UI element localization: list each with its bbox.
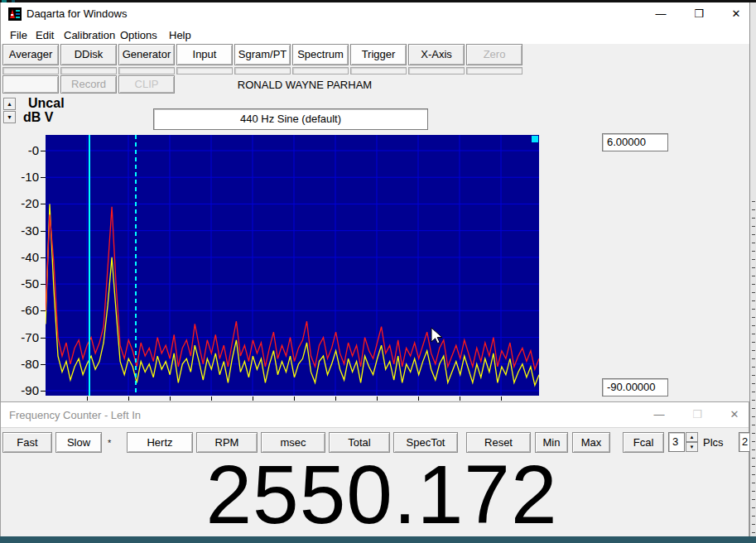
edge-tick	[752, 284, 755, 285]
edge-tick	[752, 276, 755, 276]
clip-indicator: CLIP	[118, 75, 175, 94]
edge-tick	[752, 441, 755, 442]
window-title: Daqarta for Windows	[26, 7, 127, 20]
edge-tick	[752, 433, 755, 434]
menu-item-edit[interactable]: Edit	[32, 28, 57, 42]
menu-item-calibration[interactable]: Calibration	[60, 28, 118, 42]
edge-tick	[752, 317, 755, 318]
edge-tick	[752, 499, 755, 500]
edge-tick	[752, 243, 755, 243]
edge-tick	[752, 226, 755, 227]
y-axis-label: -90	[4, 382, 39, 399]
maximize-button[interactable]: ❒	[685, 2, 713, 26]
counter-titlebar: Frequency Counter - Left In — ❒ ✕	[1, 402, 749, 428]
menu-item-help[interactable]: Help	[166, 28, 195, 42]
toolbar-indicator	[292, 67, 349, 74]
toolbar-indicator	[466, 67, 522, 74]
edge-tick	[752, 408, 755, 409]
top-range-readout[interactable]: 6.00000	[602, 133, 668, 151]
toolbar-button-trigger[interactable]: Trigger	[350, 44, 407, 65]
edge-tick	[752, 367, 755, 368]
axis-up-spinner[interactable]: ▲	[3, 98, 16, 110]
x-axis-tick	[377, 396, 378, 401]
toolbar-button-ddisk[interactable]: DDisk	[60, 44, 117, 65]
minimize-button[interactable]: —	[647, 2, 675, 26]
edge-tick	[752, 358, 755, 359]
toolbar-button-averager[interactable]: Averager	[2, 44, 59, 65]
uncal-label: Uncal	[28, 96, 65, 111]
corner-marker	[532, 136, 538, 142]
user-name-label: RONALD WAYNE PARHAM	[176, 79, 433, 91]
x-axis-tick	[294, 396, 295, 401]
toolbar-button-x-axis[interactable]: X-Axis	[408, 44, 465, 65]
edge-tick	[752, 201, 755, 202]
toolbar-indicator	[60, 67, 117, 74]
counter-button-hertz[interactable]: Hertz	[127, 432, 193, 453]
y-axis-label: -70	[4, 329, 39, 346]
app-icon	[8, 7, 22, 21]
y-axis-label: -40	[4, 249, 39, 266]
counter-button-fcal[interactable]: Fcal	[623, 432, 664, 453]
y-axis-label: -60	[4, 302, 39, 319]
spectrum-plot[interactable]	[46, 135, 539, 396]
toolbar-button-generator[interactable]: Generator	[118, 44, 175, 65]
toolbar-button-spectrum[interactable]: Spectrum	[292, 44, 349, 65]
y-axis-label: -10	[4, 169, 39, 185]
y-axis-label: -80	[4, 356, 39, 372]
counter-button-fast[interactable]: Fast	[2, 432, 52, 453]
edge-tick	[752, 507, 755, 508]
taskbar-strip	[0, 536, 756, 543]
edge-tick	[752, 483, 755, 483]
counter-close-button[interactable]: ✕	[720, 402, 749, 427]
edge-tick	[752, 466, 755, 467]
edge-tick	[752, 383, 755, 384]
edge-tick	[752, 209, 755, 210]
generator-title-field[interactable]: 440 Hz Sine (default)	[153, 108, 428, 130]
x-axis-tick	[501, 396, 502, 401]
edge-tick	[752, 416, 755, 417]
edge-tick	[752, 292, 755, 293]
toolbar-indicator	[176, 67, 233, 74]
edge-tick	[752, 259, 755, 260]
menu-item-file[interactable]: File	[7, 28, 31, 42]
x-axis-tick	[128, 396, 129, 401]
edge-tick	[752, 516, 755, 517]
edge-tick	[752, 234, 755, 235]
record-button[interactable]: Record	[60, 75, 117, 94]
menu-item-options[interactable]: Options	[117, 28, 161, 42]
edge-tick	[752, 491, 755, 492]
counter-button-max[interactable]: Max	[572, 432, 610, 453]
places-up-spinner[interactable]: ▲	[686, 432, 698, 442]
main-window: Daqarta for Windows — ❒ ✕ FileEditCalibr…	[0, 2, 750, 404]
toolbar-button-zero: Zero	[466, 44, 522, 65]
titlebar: Daqarta for Windows — ❒ ✕	[1, 2, 750, 26]
y-axis-label: -20	[4, 195, 39, 212]
edge-tick	[752, 532, 755, 533]
edge-tick	[752, 251, 755, 252]
x-axis-tick	[460, 396, 460, 401]
edge-tick	[752, 474, 755, 475]
y-axis-label: -50	[4, 276, 39, 292]
edge-value-field[interactable]: 2	[739, 432, 750, 452]
bottom-range-readout[interactable]: -90.00000	[602, 378, 668, 396]
counter-button-slow[interactable]: Slow	[55, 432, 102, 453]
edge-tick	[752, 267, 755, 268]
status-blank-button[interactable]	[2, 75, 59, 94]
places-value-field[interactable]: 3	[668, 432, 685, 452]
mouse-cursor	[431, 327, 443, 344]
close-button[interactable]: ✕	[722, 2, 750, 26]
places-down-spinner[interactable]: ▼	[686, 442, 698, 452]
toolbar-indicator	[234, 67, 291, 74]
screen: Daqarta for Windows — ❒ ✕ FileEditCalibr…	[0, 0, 756, 543]
toolbar-indicator	[118, 67, 175, 74]
axis-down-spinner[interactable]: ▼	[3, 111, 16, 123]
toolbar-indicator	[408, 67, 465, 74]
toolbar-button-sgram-pt[interactable]: Sgram/PT	[234, 44, 291, 65]
x-axis-tick	[211, 396, 212, 401]
counter-minimize-button[interactable]: —	[645, 402, 673, 427]
edge-tick	[752, 325, 755, 326]
toolbar-button-input[interactable]: Input	[176, 44, 233, 65]
edge-tick	[752, 334, 755, 334]
edge-tick	[752, 458, 755, 459]
edge-tick	[752, 300, 755, 301]
